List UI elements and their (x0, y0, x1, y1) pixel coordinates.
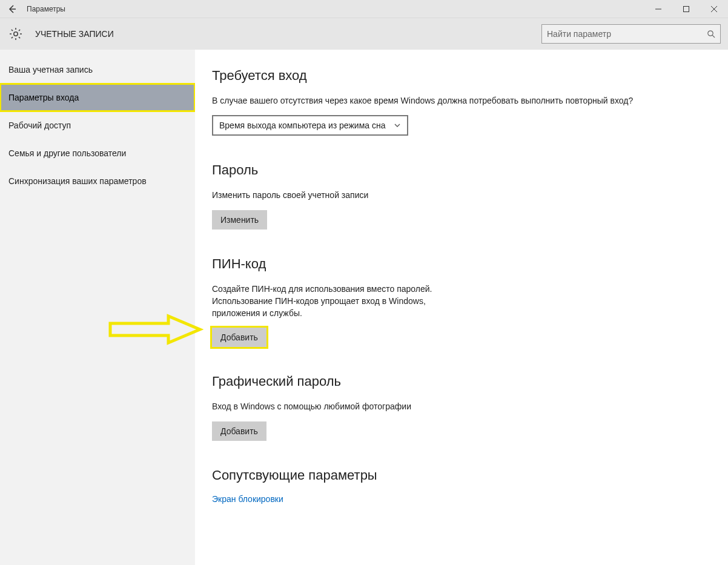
sidebar-item-label: Семья и другие пользователи (8, 148, 126, 158)
sidebar-item-signin-options[interactable]: Параметры входа (0, 84, 195, 111)
search-icon (707, 30, 715, 38)
sidebar-item-label: Рабочий доступ (8, 121, 71, 130)
sidebar-item-account[interactable]: Ваша учетная запись (0, 56, 195, 84)
header-title: УЧЕТНЫЕ ЗАПИСИ (35, 29, 114, 39)
back-arrow-icon (7, 4, 17, 14)
sidebar-item-family[interactable]: Семья и другие пользователи (0, 139, 195, 167)
chevron-down-icon (394, 122, 401, 129)
section-related: Сопутсвующие параметры Экран блокировки (212, 468, 711, 504)
maximize-icon (683, 5, 690, 13)
header-left: УЧЕТНЫЕ ЗАПИСИ (6, 27, 541, 41)
section-signin-required: Требуется вход В случае вашего отсутстви… (212, 68, 711, 136)
maximize-button[interactable] (672, 0, 700, 18)
sidebar-item-label: Ваша учетная запись (8, 65, 93, 74)
minimize-icon (655, 5, 662, 13)
svg-point-2 (708, 31, 713, 36)
picture-title: Графический пароль (212, 374, 711, 389)
lockscreen-link[interactable]: Экран блокировки (212, 494, 711, 504)
window-controls (644, 0, 728, 18)
password-text: Изменить пароль своей учетной записи (212, 189, 660, 201)
sidebar-item-work-access[interactable]: Рабочий доступ (0, 111, 195, 139)
combo-label: Время выхода компьютера из режима сна (219, 121, 385, 130)
window-title: Параметры (24, 5, 644, 13)
titlebar: Параметры (0, 0, 728, 18)
signin-required-title: Требуется вход (212, 68, 711, 84)
search-input[interactable]: Найти параметр (541, 24, 721, 44)
close-button[interactable] (700, 0, 728, 18)
pin-title: ПИН-код (212, 256, 711, 272)
sidebar: Ваша учетная запись Параметры входа Рабо… (0, 50, 195, 565)
signin-required-combo[interactable]: Время выхода компьютера из режима сна (212, 115, 408, 136)
password-change-button[interactable]: Изменить (212, 210, 267, 230)
pin-add-button[interactable]: Добавить (212, 328, 266, 347)
sidebar-item-label: Синхронизация ваших параметров (8, 176, 147, 186)
related-title: Сопутсвующие параметры (212, 468, 711, 483)
picture-text: Вход в Windows с помощью любимой фотогра… (212, 400, 660, 412)
back-button[interactable] (0, 0, 24, 18)
section-password: Пароль Изменить пароль своей учетной зап… (212, 162, 711, 229)
section-picture-password: Графический пароль Вход в Windows с помо… (212, 374, 711, 440)
sidebar-item-sync[interactable]: Синхронизация ваших параметров (0, 167, 195, 195)
picture-add-button[interactable]: Добавить (212, 421, 266, 441)
gear-icon (8, 27, 23, 41)
pin-text: Создайте ПИН-код для использования вмест… (212, 283, 466, 320)
svg-rect-0 (684, 6, 689, 12)
minimize-button[interactable] (644, 0, 672, 18)
signin-required-text: В случае вашего отсутствия через какое в… (212, 94, 660, 107)
sidebar-item-label: Параметры входа (8, 93, 79, 102)
main-content: Требуется вход В случае вашего отсутстви… (195, 50, 728, 565)
svg-point-1 (14, 32, 18, 36)
search-placeholder: Найти параметр (547, 29, 707, 39)
section-pin: ПИН-код Создайте ПИН-код для использован… (212, 256, 711, 348)
password-title: Пароль (212, 162, 711, 178)
header: УЧЕТНЫЕ ЗАПИСИ Найти параметр (0, 18, 728, 50)
close-icon (710, 5, 718, 13)
body: Ваша учетная запись Параметры входа Рабо… (0, 50, 728, 565)
